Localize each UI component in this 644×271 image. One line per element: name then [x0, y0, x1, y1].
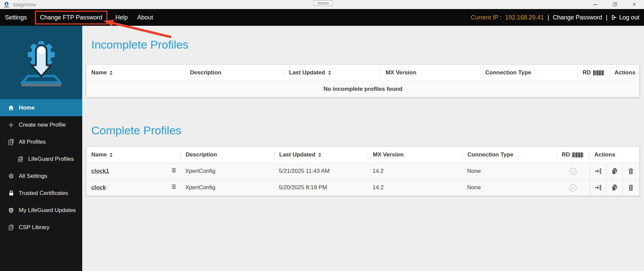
sort-icon: [318, 153, 321, 157]
sidebar-item-label: Trusted Certificates: [19, 190, 68, 197]
complete-profiles-title: Complete Profiles: [91, 124, 181, 137]
home-icon: [7, 104, 15, 112]
sidebar-item-create-new-profile[interactable]: Create new Profile: [0, 116, 82, 133]
library-icon: [7, 224, 15, 231]
last-updated-cell: 5/20/2025 8:19 PM: [274, 180, 368, 196]
copy-icon: [611, 184, 618, 191]
menu-bar: Settings Change FTP Password Help About …: [0, 9, 644, 26]
sort-icon: [110, 71, 112, 75]
table-header: Name Description Last Updated MX Version…: [87, 147, 639, 163]
logout-button[interactable]: Log out: [611, 14, 639, 21]
incomplete-profiles-title: Incomplete Profiles: [91, 38, 188, 51]
sidebar-item-label: My LifeGuard Updates: [19, 207, 76, 214]
barcode-icon: [593, 70, 605, 75]
sidebar-item-label: LifeGuard Profiles: [28, 156, 74, 162]
menu-right-group: Current IP : 192.168.29.41 | Change Pass…: [471, 14, 639, 21]
last-updated-cell: 5/21/2025 11:43 AM: [274, 163, 368, 179]
copy-button[interactable]: [606, 180, 623, 196]
lifeguard-profiles-icon: [16, 156, 25, 162]
sort-icon: [328, 71, 331, 75]
rd-status-cell: [557, 163, 589, 179]
profile-link[interactable]: clock: [91, 184, 106, 191]
column-header-description: Description: [181, 150, 274, 160]
sidebar-item-label: Home: [19, 105, 35, 111]
column-header-connection-type: Connection Type: [462, 150, 557, 160]
divider: |: [547, 14, 549, 21]
column-header-rd: RD: [578, 68, 609, 78]
close-icon[interactable]: ×: [625, 0, 644, 9]
empty-table-message: No incomplete profiles found: [87, 81, 639, 97]
sidebar-item-my-lifeguard-updates[interactable]: My LifeGuard Updates: [0, 202, 82, 219]
logout-label: Log out: [619, 14, 639, 21]
column-header-name[interactable]: Name: [87, 150, 181, 160]
stage-icon: [595, 168, 601, 175]
column-header-last-updated[interactable]: Last Updated: [284, 68, 381, 78]
menu-help[interactable]: Help: [111, 14, 133, 21]
check-circle-icon: [569, 167, 577, 175]
sidebar-item-trusted-certificates[interactable]: Trusted Certificates: [0, 185, 82, 202]
mx-version-cell: 14.2: [368, 180, 462, 196]
column-header-mx-version: MX Version: [368, 150, 462, 160]
column-header-actions: Actions: [589, 150, 639, 160]
column-header-actions: Actions: [609, 68, 639, 78]
column-header-connection-type: Connection Type: [480, 68, 578, 78]
column-header-name[interactable]: Name: [87, 68, 185, 78]
trash-icon: [628, 184, 634, 191]
profiles-icon: P: [7, 138, 15, 146]
rd-status-cell: [557, 180, 589, 196]
current-ip-label: Current IP :: [471, 14, 502, 21]
lock-icon: [7, 190, 15, 197]
sidebar-item-label: All Profiles: [19, 139, 46, 145]
stagenow-logo: [0, 26, 82, 99]
sidebar: Home Create new Profile P All Profiles L…: [0, 26, 82, 271]
sidebar-item-label: CSP Library: [19, 224, 49, 231]
main-content: Incomplete Profiles Name Description Las…: [82, 26, 644, 271]
table-row: clock1 XpertConfig 5/21/2025 11:43 AM 14…: [87, 163, 639, 179]
menu-settings[interactable]: Settings: [5, 14, 32, 21]
column-header-mx-version: MX Version: [381, 68, 480, 78]
divider: |: [606, 14, 607, 21]
current-ip-value: 192.168.29.41: [505, 14, 544, 21]
sidebar-item-label: All Settings: [19, 173, 47, 180]
change-password-link[interactable]: Change Password: [553, 14, 602, 21]
stagenow-app-icon: [3, 1, 10, 8]
description-cell: XpertConfig: [181, 163, 274, 179]
gear-icon: [7, 173, 15, 180]
connection-type-cell: None: [462, 180, 557, 196]
connection-type-cell: None: [462, 163, 557, 179]
actions-cell: [589, 163, 639, 179]
sidebar-item-all-settings[interactable]: All Settings: [0, 167, 82, 185]
touch-keyboard-handle[interactable]: [314, 0, 333, 6]
mx-version-cell: 14.2: [368, 163, 462, 179]
check-circle-icon: [569, 184, 577, 192]
shield-icon: [7, 207, 15, 214]
database-icon: [171, 184, 177, 191]
sidebar-item-lifeguard-profiles[interactable]: LifeGuard Profiles: [0, 150, 82, 167]
title-bar: StageNow ×: [0, 0, 644, 9]
window-title: StageNow: [13, 2, 36, 7]
minimize-icon[interactable]: [586, 0, 605, 9]
restore-icon[interactable]: [605, 0, 625, 9]
copy-icon: [611, 168, 618, 175]
menu-about[interactable]: About: [133, 14, 158, 21]
menu-change-ftp-password[interactable]: Change FTP Password: [35, 11, 107, 24]
profile-link[interactable]: clock1: [91, 168, 109, 175]
stage-button[interactable]: [590, 180, 606, 196]
sort-icon: [110, 153, 112, 157]
stage-button[interactable]: [590, 163, 606, 179]
incomplete-profiles-table: Name Description Last Updated MX Version…: [86, 64, 640, 97]
sidebar-item-all-profiles[interactable]: P All Profiles: [0, 133, 82, 150]
table-row: clock XpertConfig 5/20/2025 8:19 PM 14.2…: [87, 179, 639, 196]
trash-icon: [628, 168, 634, 175]
delete-button[interactable]: [623, 163, 639, 179]
menu-items: Settings Change FTP Password Help About: [5, 11, 158, 24]
database-icon: [171, 167, 177, 175]
copy-button[interactable]: [606, 163, 623, 179]
svg-text:P: P: [10, 141, 12, 144]
sidebar-item-home[interactable]: Home: [0, 99, 82, 116]
barcode-icon: [573, 152, 584, 157]
delete-button[interactable]: [623, 180, 639, 196]
sidebar-item-csp-library[interactable]: CSP Library: [0, 219, 82, 236]
column-header-last-updated[interactable]: Last Updated: [274, 150, 368, 160]
column-header-rd: RD: [557, 150, 589, 160]
